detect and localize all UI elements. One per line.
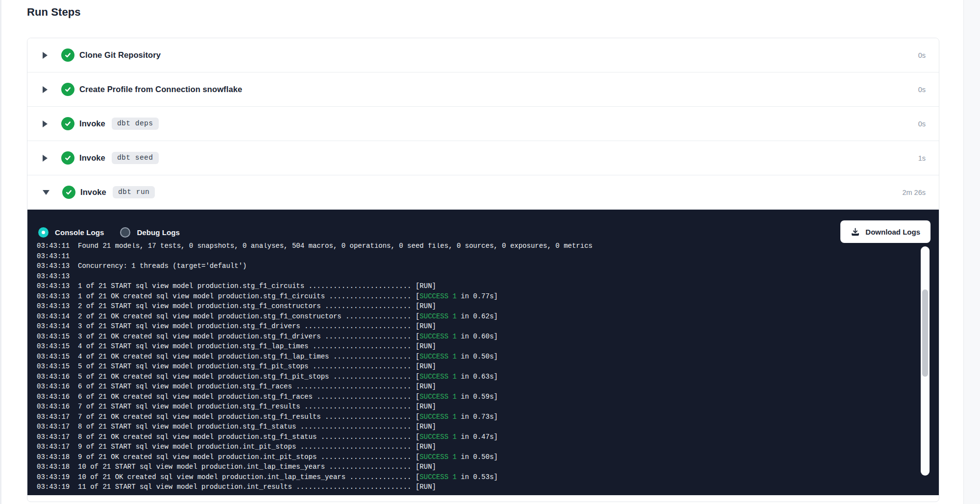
step-command-badge: dbt seed: [112, 152, 159, 164]
success-status-text: SUCCESS 1: [419, 473, 457, 481]
log-line: 03:43:16 6 of 21 START sql view model pr…: [37, 382, 919, 392]
log-line: 03:43:13 1 of 21 OK created sql view mod…: [37, 291, 919, 302]
step-label: Invoke: [79, 119, 105, 128]
run-step-row[interactable]: Invokedbt run2m 26s: [27, 175, 939, 210]
log-line: 03:43:15 3 of 21 OK created sql view mod…: [37, 332, 919, 342]
log-line: 03:43:16 5 of 21 OK created sql view mod…: [37, 372, 919, 382]
chevron-right-icon[interactable]: [43, 86, 49, 93]
success-check-icon: [61, 117, 74, 130]
success-check-icon: [61, 151, 74, 165]
chevron-down-icon[interactable]: [43, 190, 49, 195]
step-label: Invoke: [80, 188, 106, 197]
step-label: Invoke: [79, 153, 105, 163]
radio-label: Console Logs: [55, 228, 104, 237]
log-line: 03:43:19 10 of 21 OK created sql view mo…: [37, 472, 919, 482]
success-status-text: SUCCESS 1: [419, 353, 457, 360]
tab-console-logs[interactable]: Console Logs: [38, 227, 104, 238]
run-step-row[interactable]: Create Profile from Connection snowflake…: [27, 72, 939, 107]
log-line: 03:43:18 9 of 21 OK created sql view mod…: [37, 452, 919, 462]
step-duration: 2m 26s: [902, 189, 926, 196]
log-line: 03:43:17 9 of 21 START sql view model pr…: [37, 442, 919, 452]
step-duration: 0s: [918, 120, 926, 128]
chevron-right-icon[interactable]: [43, 120, 49, 127]
success-check-icon: [61, 48, 74, 62]
radio-selected-icon[interactable]: [38, 227, 49, 238]
success-status-text: SUCCESS 1: [419, 292, 457, 300]
log-line: 03:43:13 1 of 21 START sql view model pr…: [37, 281, 919, 291]
step-command-badge: dbt deps: [112, 118, 159, 130]
step-label: Create Profile from Connection snowflake: [79, 85, 242, 94]
log-panel: Console LogsDebug Logs Download Logs 03:…: [27, 210, 939, 495]
log-type-radio-group: Console LogsDebug Logs: [38, 227, 180, 238]
step-label: Clone Git Repository: [79, 50, 161, 60]
log-line: 03:43:14 2 of 21 OK created sql view mod…: [37, 312, 919, 322]
download-icon: [851, 227, 860, 237]
success-check-icon: [61, 83, 74, 96]
log-line: 03:43:13: [37, 271, 919, 282]
step-duration: 1s: [918, 154, 926, 162]
run-steps-list: Clone Git Repository0sCreate Profile fro…: [27, 38, 939, 210]
page: Run Steps Clone Git Repository0sCreate P…: [0, 0, 980, 504]
log-line: 03:43:16 7 of 21 START sql view model pr…: [37, 402, 919, 412]
run-step-row[interactable]: Invokedbt deps0s: [27, 107, 939, 141]
success-status-text: SUCCESS 1: [419, 312, 457, 320]
tab-debug-logs[interactable]: Debug Logs: [120, 227, 180, 238]
log-line: 03:43:16 6 of 21 OK created sql view mod…: [37, 392, 919, 402]
success-check-icon: [62, 186, 75, 199]
log-line: 03:43:13 Concurrency: 1 threads (target=…: [37, 261, 919, 271]
success-status-text: SUCCESS 1: [419, 413, 457, 421]
log-line: 03:43:19 11 of 21 START sql view model p…: [37, 482, 919, 492]
radio-unselected-icon[interactable]: [120, 227, 130, 238]
log-line: 03:43:18 10 of 21 START sql view model p…: [37, 462, 919, 472]
step-duration: 0s: [918, 51, 926, 59]
radio-label: Debug Logs: [137, 228, 180, 237]
log-lines: 03:43:11 Found 21 models, 17 tests, 0 sn…: [37, 243, 919, 492]
page-right-gutter: [963, 0, 980, 504]
log-line: 03:43:17 7 of 21 OK created sql view mod…: [37, 412, 919, 422]
log-line: 03:43:11: [37, 251, 919, 262]
radio-dot: [42, 231, 45, 234]
log-line: 03:43:15 4 of 21 OK created sql view mod…: [37, 352, 919, 362]
log-line: 03:43:13 2 of 21 START sql view model pr…: [37, 301, 919, 312]
success-status-text: SUCCESS 1: [419, 453, 457, 461]
success-status-text: SUCCESS 1: [419, 433, 457, 441]
log-line: 03:43:15 5 of 21 START sql view model pr…: [37, 361, 919, 372]
log-line: 03:43:15 4 of 21 START sql view model pr…: [37, 341, 919, 352]
download-logs-button[interactable]: Download Logs: [840, 220, 931, 243]
step-duration: 0s: [918, 86, 926, 94]
page-left-edge: [0, 0, 1, 504]
success-status-text: SUCCESS 1: [419, 373, 457, 381]
page-title: Run Steps: [27, 6, 81, 19]
log-line: 03:43:17 8 of 21 OK created sql view mod…: [37, 432, 919, 442]
log-line: 03:43:14 3 of 21 START sql view model pr…: [37, 321, 919, 332]
run-step-row[interactable]: Invokedbt seed1s: [27, 141, 939, 175]
log-line: 03:43:11 Found 21 models, 17 tests, 0 sn…: [37, 243, 919, 251]
console-log-output: 03:43:11 Found 21 models, 17 tests, 0 sn…: [37, 243, 919, 493]
success-status-text: SUCCESS 1: [419, 333, 457, 340]
download-logs-label: Download Logs: [865, 228, 920, 236]
run-step-row[interactable]: Clone Git Repository0s: [27, 38, 939, 72]
run-steps-card: Clone Git Repository0sCreate Profile fro…: [27, 38, 939, 502]
chevron-right-icon[interactable]: [43, 155, 49, 162]
chevron-right-icon[interactable]: [43, 52, 49, 59]
step-command-badge: dbt run: [113, 186, 155, 198]
log-scrollbar[interactable]: [921, 246, 930, 476]
success-status-text: SUCCESS 1: [419, 393, 457, 401]
log-scrollbar-thumb[interactable]: [922, 289, 928, 377]
log-line: 03:43:17 8 of 21 START sql view model pr…: [37, 422, 919, 432]
